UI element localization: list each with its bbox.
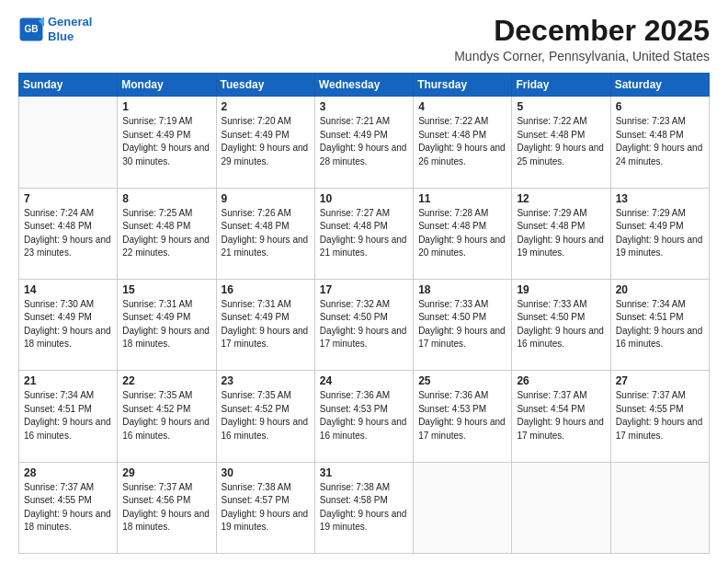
col-wednesday: Wednesday	[314, 74, 413, 97]
calendar-cell: 3 Sunrise: 7:21 AMSunset: 4:49 PMDayligh…	[314, 97, 413, 188]
day-info: Sunrise: 7:31 AMSunset: 4:49 PMDaylight:…	[222, 298, 310, 351]
calendar-cell	[19, 97, 118, 188]
day-number: 18	[418, 283, 506, 296]
subtitle: Mundys Corner, Pennsylvania, United Stat…	[454, 49, 710, 63]
day-number: 17	[320, 283, 408, 296]
calendar-cell: 2 Sunrise: 7:20 AMSunset: 4:49 PMDayligh…	[216, 97, 314, 188]
calendar-header-row: Sunday Monday Tuesday Wednesday Thursday…	[19, 74, 710, 97]
day-info: Sunrise: 7:20 AMSunset: 4:49 PMDaylight:…	[222, 115, 310, 168]
day-number: 29	[122, 466, 210, 479]
day-number: 21	[24, 374, 112, 387]
day-number: 1	[122, 100, 210, 113]
day-info: Sunrise: 7:35 AMSunset: 4:52 PMDaylight:…	[222, 389, 310, 442]
calendar-cell: 26 Sunrise: 7:37 AMSunset: 4:54 PMDaylig…	[512, 371, 610, 462]
day-number: 9	[222, 192, 310, 205]
day-info: Sunrise: 7:38 AMSunset: 4:57 PMDaylight:…	[222, 481, 310, 534]
day-info: Sunrise: 7:22 AMSunset: 4:48 PMDaylight:…	[517, 115, 605, 168]
day-info: Sunrise: 7:37 AMSunset: 4:54 PMDaylight:…	[517, 389, 605, 442]
col-tuesday: Tuesday	[216, 74, 314, 97]
day-info: Sunrise: 7:38 AMSunset: 4:58 PMDaylight:…	[320, 481, 408, 534]
calendar-week-2: 7 Sunrise: 7:24 AMSunset: 4:48 PMDayligh…	[19, 188, 710, 279]
col-thursday: Thursday	[414, 74, 512, 97]
calendar-cell: 30 Sunrise: 7:38 AMSunset: 4:57 PMDaylig…	[216, 462, 314, 553]
calendar-cell	[512, 462, 610, 553]
day-info: Sunrise: 7:32 AMSunset: 4:50 PMDaylight:…	[320, 298, 408, 351]
logo-line1: General	[48, 15, 92, 29]
calendar-week-1: 1 Sunrise: 7:19 AMSunset: 4:49 PMDayligh…	[19, 97, 710, 188]
day-info: Sunrise: 7:34 AMSunset: 4:51 PMDaylight:…	[24, 389, 112, 442]
day-info: Sunrise: 7:28 AMSunset: 4:48 PMDaylight:…	[418, 207, 506, 260]
calendar-cell: 22 Sunrise: 7:35 AMSunset: 4:52 PMDaylig…	[118, 371, 216, 462]
day-number: 22	[122, 374, 210, 387]
calendar-cell: 29 Sunrise: 7:37 AMSunset: 4:56 PMDaylig…	[118, 462, 216, 553]
calendar-cell: 31 Sunrise: 7:38 AMSunset: 4:58 PMDaylig…	[314, 462, 413, 553]
calendar-cell: 13 Sunrise: 7:29 AMSunset: 4:49 PMDaylig…	[610, 188, 709, 279]
day-info: Sunrise: 7:33 AMSunset: 4:50 PMDaylight:…	[517, 298, 605, 351]
calendar-cell: 8 Sunrise: 7:25 AMSunset: 4:48 PMDayligh…	[118, 188, 216, 279]
day-info: Sunrise: 7:37 AMSunset: 4:55 PMDaylight:…	[24, 481, 112, 534]
calendar-cell: 12 Sunrise: 7:29 AMSunset: 4:48 PMDaylig…	[512, 188, 610, 279]
day-number: 13	[616, 192, 704, 205]
calendar-week-5: 28 Sunrise: 7:37 AMSunset: 4:55 PMDaylig…	[19, 462, 710, 553]
day-number: 25	[418, 374, 506, 387]
calendar-cell: 10 Sunrise: 7:27 AMSunset: 4:48 PMDaylig…	[314, 188, 413, 279]
logo: GB General Blue	[18, 15, 92, 43]
day-info: Sunrise: 7:27 AMSunset: 4:48 PMDaylight:…	[320, 207, 408, 260]
calendar-cell: 21 Sunrise: 7:34 AMSunset: 4:51 PMDaylig…	[19, 371, 118, 462]
calendar-cell: 28 Sunrise: 7:37 AMSunset: 4:55 PMDaylig…	[19, 462, 118, 553]
calendar-cell: 24 Sunrise: 7:36 AMSunset: 4:53 PMDaylig…	[314, 371, 413, 462]
day-info: Sunrise: 7:21 AMSunset: 4:49 PMDaylight:…	[320, 115, 408, 168]
day-number: 10	[320, 192, 408, 205]
page: GB General Blue December 2025 Mundys Cor…	[0, 0, 728, 563]
calendar-cell: 19 Sunrise: 7:33 AMSunset: 4:50 PMDaylig…	[512, 279, 610, 370]
calendar-cell: 4 Sunrise: 7:22 AMSunset: 4:48 PMDayligh…	[414, 97, 512, 188]
calendar-cell: 17 Sunrise: 7:32 AMSunset: 4:50 PMDaylig…	[314, 279, 413, 370]
logo-text: General Blue	[48, 15, 92, 43]
calendar-cell	[414, 462, 512, 553]
day-number: 5	[517, 100, 605, 113]
day-info: Sunrise: 7:29 AMSunset: 4:48 PMDaylight:…	[517, 207, 605, 260]
day-info: Sunrise: 7:34 AMSunset: 4:51 PMDaylight:…	[616, 298, 704, 351]
calendar-week-3: 14 Sunrise: 7:30 AMSunset: 4:49 PMDaylig…	[19, 279, 710, 370]
calendar-cell: 5 Sunrise: 7:22 AMSunset: 4:48 PMDayligh…	[512, 97, 610, 188]
logo-icon: GB	[18, 17, 44, 42]
day-info: Sunrise: 7:31 AMSunset: 4:49 PMDaylight:…	[122, 298, 210, 351]
day-number: 4	[418, 100, 506, 113]
calendar-cell: 27 Sunrise: 7:37 AMSunset: 4:55 PMDaylig…	[610, 371, 709, 462]
day-number: 14	[24, 283, 112, 296]
col-friday: Friday	[512, 74, 610, 97]
day-info: Sunrise: 7:22 AMSunset: 4:48 PMDaylight:…	[418, 115, 506, 168]
calendar-cell	[610, 462, 709, 553]
day-number: 15	[122, 283, 210, 296]
calendar-week-4: 21 Sunrise: 7:34 AMSunset: 4:51 PMDaylig…	[19, 371, 710, 462]
day-info: Sunrise: 7:26 AMSunset: 4:48 PMDaylight:…	[222, 207, 310, 260]
day-number: 16	[222, 283, 310, 296]
day-number: 30	[222, 466, 310, 479]
day-info: Sunrise: 7:30 AMSunset: 4:49 PMDaylight:…	[24, 298, 112, 351]
day-info: Sunrise: 7:36 AMSunset: 4:53 PMDaylight:…	[320, 389, 408, 442]
day-info: Sunrise: 7:23 AMSunset: 4:48 PMDaylight:…	[616, 115, 704, 168]
svg-text:GB: GB	[24, 24, 38, 34]
day-number: 20	[616, 283, 704, 296]
calendar-cell: 14 Sunrise: 7:30 AMSunset: 4:49 PMDaylig…	[19, 279, 118, 370]
day-number: 2	[222, 100, 310, 113]
calendar-cell: 9 Sunrise: 7:26 AMSunset: 4:48 PMDayligh…	[216, 188, 314, 279]
col-monday: Monday	[118, 74, 216, 97]
calendar-cell: 6 Sunrise: 7:23 AMSunset: 4:48 PMDayligh…	[610, 97, 709, 188]
day-number: 27	[616, 374, 704, 387]
day-number: 26	[517, 374, 605, 387]
calendar-cell: 18 Sunrise: 7:33 AMSunset: 4:50 PMDaylig…	[414, 279, 512, 370]
day-info: Sunrise: 7:25 AMSunset: 4:48 PMDaylight:…	[122, 207, 210, 260]
calendar-cell: 20 Sunrise: 7:34 AMSunset: 4:51 PMDaylig…	[610, 279, 709, 370]
day-number: 7	[24, 192, 112, 205]
day-info: Sunrise: 7:37 AMSunset: 4:55 PMDaylight:…	[616, 389, 704, 442]
calendar-cell: 15 Sunrise: 7:31 AMSunset: 4:49 PMDaylig…	[118, 279, 216, 370]
day-number: 23	[222, 374, 310, 387]
day-number: 11	[418, 192, 506, 205]
day-number: 31	[320, 466, 408, 479]
day-info: Sunrise: 7:19 AMSunset: 4:49 PMDaylight:…	[122, 115, 210, 168]
calendar-cell: 25 Sunrise: 7:36 AMSunset: 4:53 PMDaylig…	[414, 371, 512, 462]
day-number: 6	[616, 100, 704, 113]
day-info: Sunrise: 7:24 AMSunset: 4:48 PMDaylight:…	[24, 207, 112, 260]
title-block: December 2025 Mundys Corner, Pennsylvani…	[454, 15, 710, 63]
